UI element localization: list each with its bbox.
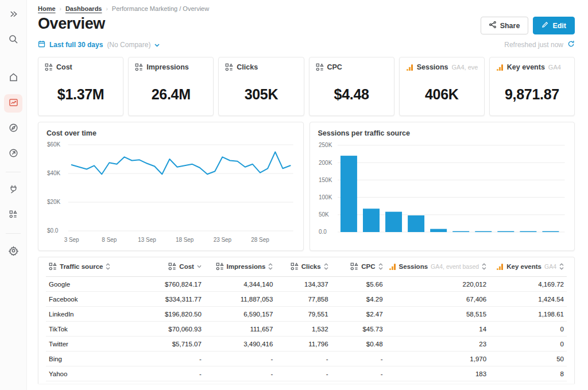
sort-both-icon[interactable] — [378, 263, 383, 270]
export-button[interactable] — [4, 145, 22, 163]
sessions-bar[interactable] — [408, 215, 424, 232]
kpi-card-key-events[interactable]: Key eventsGA49,871.87 — [489, 57, 575, 116]
traffic-source-cell: Bing — [46, 352, 140, 366]
column-header-impressions[interactable]: Impressions — [204, 257, 276, 277]
column-header-sessions[interactable]: SessionsGA4, event based — [386, 257, 490, 277]
kpi-card-header: Cost — [45, 63, 117, 71]
fields-icon — [316, 63, 324, 71]
column-header-content: Traffic source — [49, 262, 110, 271]
table-row-bing[interactable]: Bing----1,97050 — [46, 352, 567, 366]
column-label: Sessions — [399, 263, 428, 270]
connectors-button[interactable] — [4, 181, 22, 199]
plug-icon — [9, 184, 18, 196]
sessions-bar[interactable] — [385, 212, 402, 232]
column-source-badge: GA4 — [544, 263, 556, 270]
breadcrumb-home-link[interactable]: Home — [38, 5, 56, 12]
fields-icon — [45, 63, 53, 71]
sessions-bar[interactable] — [520, 231, 536, 233]
sort-both-icon[interactable] — [559, 263, 564, 270]
sessions-bar[interactable] — [497, 231, 514, 233]
column-label: Impressions — [227, 263, 266, 270]
column-label: Traffic source — [60, 263, 103, 270]
value-cell: 4,344,140 — [204, 277, 276, 292]
sessions-bar[interactable] — [340, 156, 357, 232]
kpi-card-clicks[interactable]: Clicks305K — [218, 57, 304, 116]
table-row-google[interactable]: Google$760,824.174,344,140134,337$5.6622… — [46, 277, 567, 292]
value-cell: $2.47 — [331, 307, 386, 322]
sort-desc-icon[interactable] — [197, 265, 202, 268]
column-header-content: Cost — [168, 262, 202, 271]
y-axis-tick-label: 200K — [318, 160, 332, 166]
value-cell: $4.29 — [331, 292, 386, 307]
chart-title: Sessions per traffic source — [318, 129, 567, 137]
table-row-linkedin[interactable]: LinkedIn$196,820.506,590,15779,551$2.475… — [46, 307, 567, 322]
breadcrumb-dashboards-link[interactable]: Dashboards — [65, 5, 102, 12]
settings-button[interactable] — [4, 242, 22, 261]
fields-icon — [168, 262, 176, 271]
column-header-traffic-source[interactable]: Traffic source — [46, 257, 140, 277]
table-row-tiktok[interactable]: TikTok$70,060.93111,6571,532$45.73140 — [46, 322, 567, 337]
kpi-label: Impressions — [146, 63, 189, 71]
kpi-card-cost[interactable]: Cost$1.37M — [38, 57, 123, 116]
edit-button-label: Edit — [552, 22, 566, 30]
share-button[interactable]: Share — [481, 17, 529, 34]
breadcrumb-current: Performance Marketing / Overview — [112, 5, 209, 12]
search-button[interactable] — [4, 31, 22, 49]
sessions-bar[interactable] — [430, 229, 447, 232]
home-icon — [9, 72, 18, 84]
table-row-facebook[interactable]: Facebook$334,311.7711,887,05377,858$4.29… — [46, 292, 567, 307]
column-header-cost[interactable]: Cost — [140, 257, 204, 277]
sessions-bar[interactable] — [363, 208, 380, 232]
sort-both-icon[interactable] — [106, 263, 110, 270]
kpi-card-cpc[interactable]: CPC$4.48 — [309, 57, 394, 116]
column-header-cpc[interactable]: CPC — [331, 257, 386, 277]
kpi-card-impressions[interactable]: Impressions26.4M — [128, 57, 214, 116]
value-cell: 3,490,416 — [204, 337, 276, 352]
date-range-picker[interactable]: Last full 30 days (No Compare) — [38, 40, 160, 49]
fields-icon — [350, 262, 358, 271]
sessions-bar[interactable] — [475, 231, 492, 233]
sort-both-icon[interactable] — [324, 263, 328, 270]
column-label: Key events — [506, 263, 541, 270]
explore-button[interactable] — [4, 119, 22, 138]
sessions-bar[interactable] — [452, 231, 469, 232]
cost-over-time-line-chart[interactable]: $0.0$20K$40K$60K3 Sep8 Sep13 Sep18 Sep23… — [47, 138, 295, 245]
breadcrumb-separator: › — [60, 6, 61, 12]
value-cell: - — [140, 352, 204, 366]
column-header-key-events[interactable]: Key eventsGA4 — [489, 257, 567, 277]
fields-icon — [225, 63, 233, 71]
value-cell: 1,532 — [276, 322, 331, 337]
home-button[interactable] — [4, 69, 22, 87]
table-row-twitter[interactable]: Twitter$5,715.073,490,41611,796$0.48230 — [46, 337, 567, 352]
main-content: Home › Dashboards › Performance Marketin… — [27, 0, 588, 384]
x-axis-tick-label: 28 Sep — [251, 237, 269, 243]
sessions-bar[interactable] — [542, 231, 559, 233]
refresh-status: Refreshed just now — [504, 40, 575, 49]
collapse-sidebar-button[interactable] — [4, 6, 22, 24]
sort-both-icon[interactable] — [482, 263, 486, 270]
traffic-source-cell: Google — [46, 277, 140, 292]
column-header-clicks[interactable]: Clicks — [276, 257, 331, 277]
app-window: Home › Dashboards › Performance Marketin… — [0, 0, 588, 390]
sessions-per-traffic-source-card: Sessions per traffic source 0.050K100K15… — [310, 122, 575, 251]
kpi-card-sessions[interactable]: SessionsGA4, event bas406K — [399, 57, 485, 116]
sidebar — [0, 0, 27, 390]
edit-button[interactable]: Edit — [533, 17, 575, 34]
column-header-content: SessionsGA4, event based — [389, 263, 487, 271]
kpi-row: Cost$1.37MImpressions26.4MClicks305KCPC$… — [38, 57, 575, 116]
search-icon — [9, 34, 18, 47]
sessions-per-traffic-source-bar-chart[interactable]: 0.050K100K150K200K250K — [318, 138, 567, 245]
sort-both-icon[interactable] — [268, 263, 273, 270]
value-cell: 11,887,053 — [204, 292, 276, 307]
kpi-card-header: CPC — [316, 63, 388, 71]
value-cell: 0 — [489, 322, 567, 337]
refresh-icon[interactable] — [567, 40, 575, 49]
value-cell: $760,824.17 — [140, 277, 204, 292]
kpi-card-header: Key eventsGA4 — [496, 63, 568, 71]
fields-button[interactable] — [4, 206, 22, 225]
value-cell: $196,820.50 — [140, 307, 204, 322]
value-cell: $70,060.93 — [140, 322, 204, 337]
y-axis-tick-label: 250K — [318, 142, 332, 148]
table-row-yahoo[interactable]: Yahoo----1838 — [46, 366, 567, 381]
dashboards-button[interactable] — [4, 94, 22, 113]
